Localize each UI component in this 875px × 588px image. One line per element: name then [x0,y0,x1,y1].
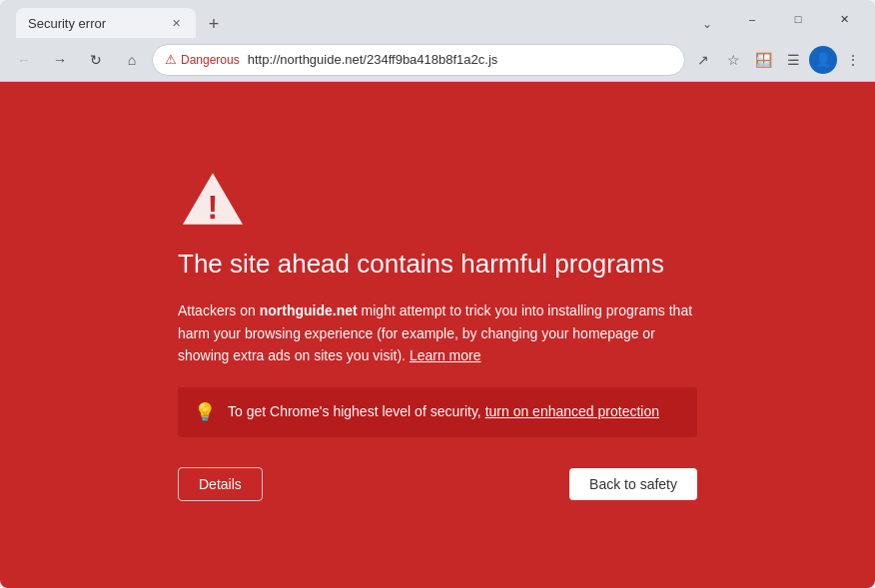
details-button[interactable]: Details [178,467,263,501]
error-container: ! The site ahead contains harmful progra… [138,149,737,520]
description-prefix: Attackers on [178,302,260,318]
svg-text:!: ! [208,190,219,226]
security-text-prefix: To get Chrome's highest level of securit… [228,403,485,419]
close-button[interactable]: ✕ [821,3,867,35]
maximize-button[interactable]: □ [775,3,821,35]
extensions-button[interactable]: 🪟 [749,46,777,74]
share-button[interactable]: ↗ [689,46,717,74]
tab-title: Security error [28,16,160,31]
tab-search-button[interactable]: ⌄ [693,10,721,38]
enhanced-protection-link[interactable]: turn on enhanced protection [485,403,659,419]
address-bar[interactable]: ⚠ Dangerous http://northguide.net/234ff9… [152,44,685,76]
window-controls: – □ ✕ [729,3,867,35]
action-buttons: Details Back to safety [178,467,697,501]
main-content: ! The site ahead contains harmful progra… [0,82,875,588]
error-title: The site ahead contains harmful programs [178,249,697,280]
back-button[interactable]: ← [8,44,40,76]
bulb-icon: 💡 [194,401,216,423]
minimize-button[interactable]: – [729,3,775,35]
bookmark-button[interactable]: ☆ [719,46,747,74]
learn-more-link[interactable]: Learn more [410,347,481,363]
warning-icon: ⚠ [165,52,177,67]
address-bar-row: ← → ↻ ⌂ ⚠ Dangerous http://northguide.ne… [0,38,875,82]
reload-button[interactable]: ↻ [80,44,112,76]
error-description: Attackers on northguide.net might attemp… [178,299,697,366]
sidebar-button[interactable]: ☰ [779,46,807,74]
url-display: http://northguide.net/234ff9ba418b8f1a2c… [248,52,672,67]
profile-button[interactable]: 👤 [809,46,837,74]
address-actions: ↗ ☆ 🪟 ☰ 👤 ⋮ [689,46,867,74]
dangerous-label: Dangerous [181,53,240,67]
back-to-safety-button[interactable]: Back to safety [569,468,697,500]
home-button[interactable]: ⌂ [116,44,148,76]
security-text: To get Chrome's highest level of securit… [228,401,659,422]
active-tab[interactable]: Security error ✕ [16,8,196,38]
new-tab-button[interactable]: + [200,10,228,38]
security-badge[interactable]: ⚠ Dangerous [165,52,240,67]
tab-close-button[interactable]: ✕ [168,15,184,31]
security-suggestion-box: 💡 To get Chrome's highest level of secur… [178,387,697,437]
forward-button[interactable]: → [44,44,76,76]
warning-triangle: ! [178,169,248,229]
menu-button[interactable]: ⋮ [839,46,867,74]
dangerous-site: northguide.net [260,302,358,318]
chrome-window: Security error ✕ + ⌄ – □ ✕ ← → ↻ ⌂ ⚠ Dan… [0,0,875,588]
title-bar: Security error ✕ + ⌄ – □ ✕ [0,0,875,38]
tab-bar: Security error ✕ + ⌄ [8,4,729,38]
